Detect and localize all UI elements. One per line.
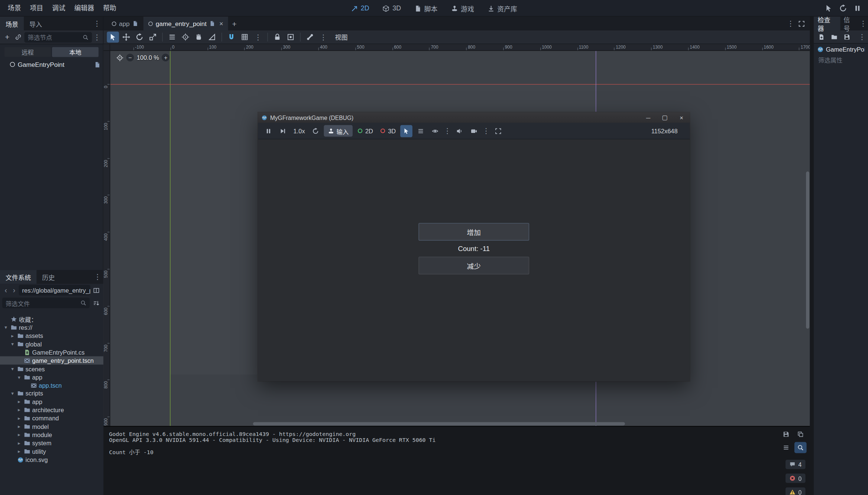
tree-arrow-icon[interactable]: ▾: [9, 341, 15, 347]
close-tab-icon[interactable]: ×: [219, 20, 223, 27]
menu-debug[interactable]: 调试: [48, 2, 70, 14]
file-tree-item[interactable]: ▾res://: [0, 323, 104, 332]
close-window-icon[interactable]: ×: [673, 112, 690, 123]
search-log-icon[interactable]: [794, 442, 807, 453]
tab-filesystem[interactable]: 文件系统: [0, 270, 36, 284]
pan-tool-icon[interactable]: [192, 32, 205, 43]
tree-arrow-icon[interactable]: ▾: [9, 391, 15, 396]
pointer-icon[interactable]: [823, 3, 835, 14]
load-resource-icon[interactable]: [829, 32, 840, 42]
sort-files-icon[interactable]: [91, 297, 101, 309]
camera-options-icon[interactable]: ⋮: [482, 127, 490, 135]
mute-audio-icon[interactable]: [453, 125, 466, 137]
workspace-3d[interactable]: 3D: [378, 2, 406, 14]
file-tree-item[interactable]: 收藏：: [0, 315, 104, 323]
dock-menu-icon[interactable]: ⋮: [93, 19, 101, 27]
list-select-icon[interactable]: [166, 32, 178, 43]
debug-mode-3d[interactable]: 3D: [378, 127, 398, 134]
scene-dock-options-icon[interactable]: ⋮: [93, 33, 101, 41]
current-path[interactable]: res://global/game_entry_p: [19, 285, 90, 295]
filter-files-input[interactable]: 筛选文件: [2, 298, 90, 308]
tree-arrow-icon[interactable]: ▾: [3, 325, 9, 330]
skeleton-icon[interactable]: [304, 32, 316, 43]
scene-tab-game-entry-point[interactable]: game_entry_point ×: [143, 17, 228, 30]
inspector-menu-icon[interactable]: ⋮: [859, 19, 867, 27]
file-tree-item[interactable]: ▸architecture: [0, 406, 104, 414]
copy-log-icon[interactable]: [794, 429, 807, 440]
file-tree-item[interactable]: ▾scenes: [0, 365, 104, 373]
decrease-button[interactable]: 减少: [418, 257, 529, 274]
file-tree-item[interactable]: ▾scripts: [0, 390, 104, 398]
instance-scene-icon[interactable]: [13, 32, 23, 43]
tree-arrow-icon[interactable]: ▸: [16, 424, 22, 429]
file-tree-item[interactable]: game_entry_point.tscn: [0, 356, 104, 365]
next-frame-icon[interactable]: [277, 125, 289, 137]
file-tree-item[interactable]: GameEntryPoint.cs: [0, 348, 104, 356]
scene-tab-app[interactable]: app: [107, 17, 144, 30]
file-tree-item[interactable]: ▸model: [0, 423, 104, 431]
local-button[interactable]: 本地: [52, 47, 98, 57]
vertical-scrollbar[interactable]: [806, 172, 809, 329]
pick-node-icon[interactable]: [400, 125, 412, 137]
camera-override-icon[interactable]: [468, 125, 480, 137]
tree-arrow-icon[interactable]: ▸: [16, 432, 22, 437]
tab-inspector[interactable]: 检查器: [814, 17, 840, 30]
tree-arrow-icon[interactable]: ▸: [9, 333, 15, 339]
game-window-titlebar[interactable]: MyGFrameworkGame (DEBUG) ─ ▢ ×: [258, 112, 690, 123]
zoom-in-icon[interactable]: +: [162, 54, 170, 62]
file-tree-item[interactable]: ▸assets: [0, 332, 104, 340]
open-script-icon[interactable]: [94, 61, 101, 68]
move-tool-icon[interactable]: [120, 32, 132, 43]
increase-button[interactable]: 增加: [418, 223, 529, 241]
rotate-tool-icon[interactable]: [133, 32, 146, 43]
nav-back-icon[interactable]: ‹: [2, 286, 9, 294]
input-mode-toggle[interactable]: 输入: [324, 125, 352, 137]
remote-button[interactable]: 远程: [4, 47, 51, 57]
selection-list-icon[interactable]: [415, 125, 427, 137]
embed-fullscreen-icon[interactable]: [492, 125, 504, 137]
file-tree-item[interactable]: ▾app: [0, 373, 104, 381]
workspace-game[interactable]: 游戏: [446, 2, 479, 14]
debug-mode-2d[interactable]: 2D: [355, 127, 375, 134]
tab-scene-dock[interactable]: 场景: [0, 17, 24, 30]
file-tree-item[interactable]: app.tscn: [0, 381, 104, 390]
tree-arrow-icon[interactable]: ▸: [16, 399, 22, 405]
minimize-icon[interactable]: ─: [640, 112, 657, 123]
collision-visibility-icon[interactable]: [429, 125, 441, 137]
tree-arrow-icon[interactable]: ▾: [16, 374, 22, 380]
reset-icon[interactable]: [309, 125, 321, 137]
split-view-icon[interactable]: [91, 285, 101, 296]
file-tree-item[interactable]: ▸app: [0, 398, 104, 406]
nav-forward-icon[interactable]: ›: [10, 286, 17, 294]
error-count-badge[interactable]: 0: [786, 473, 805, 483]
filter-nodes-input[interactable]: 筛选节点: [25, 32, 92, 42]
scene-tree-root-node[interactable]: GameEntryPoint: [0, 59, 103, 69]
save-resource-icon[interactable]: [841, 32, 852, 42]
inspected-node-row[interactable]: GameEntryPoint.: [814, 44, 868, 54]
group-node-icon[interactable]: [285, 32, 297, 43]
tab-signals[interactable]: 信号: [840, 17, 859, 30]
scale-tool-icon[interactable]: [147, 32, 159, 43]
pivot-tool-icon[interactable]: [179, 32, 192, 43]
tree-arrow-icon[interactable]: ▸: [16, 449, 22, 454]
zoom-out-icon[interactable]: −: [126, 54, 134, 62]
file-tree-item[interactable]: ▸utility: [0, 447, 104, 455]
debug-options-icon[interactable]: ⋮: [443, 127, 451, 135]
zoom-level[interactable]: 100.0 %: [137, 54, 159, 61]
time-scale-label[interactable]: 1.0x: [291, 127, 307, 134]
tab-import-dock[interactable]: 导入: [24, 17, 48, 30]
inspector-extra-icon[interactable]: ⋮: [858, 33, 866, 41]
new-scene-tab-button[interactable]: +: [228, 17, 240, 30]
snap-options-icon[interactable]: ⋮: [252, 32, 264, 43]
skeleton-options-icon[interactable]: ⋮: [317, 32, 330, 43]
maximize-icon[interactable]: ▢: [657, 112, 673, 123]
file-tree-item[interactable]: ▸system: [0, 439, 104, 447]
file-tree-item[interactable]: ▾global: [0, 340, 104, 348]
game-window[interactable]: MyGFrameworkGame (DEBUG) ─ ▢ × 1.0x 输入 2…: [258, 112, 690, 381]
file-tree-item[interactable]: ▸command: [0, 414, 104, 422]
collapse-log-icon[interactable]: [780, 442, 792, 453]
view-menu-button[interactable]: 视图: [330, 33, 352, 42]
lock-node-icon[interactable]: [271, 32, 284, 43]
pause-icon[interactable]: [851, 3, 864, 14]
horizontal-scrollbar[interactable]: [253, 422, 625, 426]
